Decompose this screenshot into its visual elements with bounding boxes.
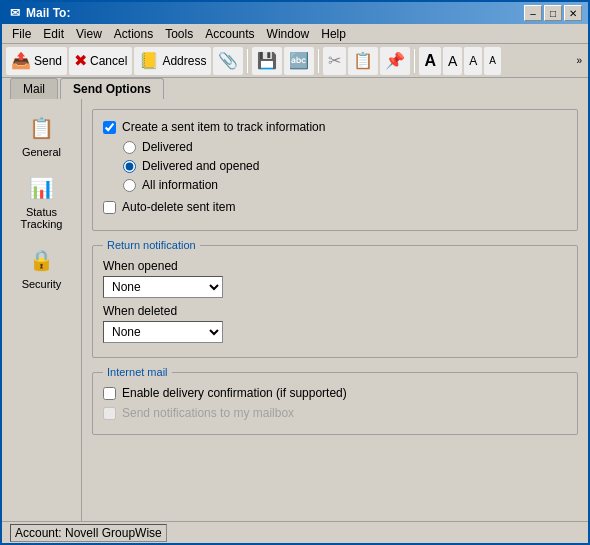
- window-title: Mail To:: [26, 6, 70, 20]
- track-delivered-opened-row: Delivered and opened: [123, 159, 567, 173]
- title-bar: ✉ Mail To: – □ ✕: [2, 2, 588, 24]
- menu-accounts[interactable]: Accounts: [199, 26, 260, 42]
- security-icon: 🔒: [26, 244, 58, 276]
- menu-file[interactable]: File: [6, 26, 37, 42]
- status-bar: Account: Novell GroupWise: [2, 521, 588, 543]
- minimize-button[interactable]: –: [524, 5, 542, 21]
- create-sent-item-row: Create a sent item to track information: [103, 120, 567, 134]
- internet-mail-legend: Internet mail: [103, 366, 172, 378]
- track-all-info-radio[interactable]: [123, 179, 136, 192]
- sidebar-label-security: Security: [22, 278, 62, 290]
- sidebar: 📋 General 📊 StatusTracking 🔒 Security: [2, 99, 82, 521]
- auto-delete-checkbox[interactable]: [103, 201, 116, 214]
- main-window: ✉ Mail To: – □ ✕ File Edit View Actions …: [0, 0, 590, 545]
- font-a3-button[interactable]: A: [464, 47, 482, 75]
- sidebar-label-status-tracking: StatusTracking: [21, 206, 63, 230]
- toolbar-more-button[interactable]: »: [574, 53, 584, 68]
- maximize-button[interactable]: □: [544, 5, 562, 21]
- copy-icon: 📋: [353, 51, 373, 70]
- font-a4-button[interactable]: A: [484, 47, 501, 75]
- create-sent-item-checkbox[interactable]: [103, 121, 116, 134]
- spell-button[interactable]: 🔤: [284, 47, 314, 75]
- delivery-confirm-label[interactable]: Enable delivery confirmation (if support…: [122, 386, 347, 400]
- menu-bar: File Edit View Actions Tools Accounts Wi…: [2, 24, 588, 44]
- notify-mailbox-label: Send notifications to my mailbox: [122, 406, 294, 420]
- auto-delete-row: Auto-delete sent item: [103, 200, 567, 214]
- font-a2-icon: A: [448, 53, 457, 69]
- track-delivered-row: Delivered: [123, 140, 567, 154]
- font-a4-icon: A: [489, 55, 496, 66]
- cut-icon: ✂: [328, 51, 341, 70]
- sidebar-item-general[interactable]: 📋 General: [6, 107, 78, 163]
- address-button[interactable]: 📒 Address: [134, 47, 211, 75]
- toolbar: 📤 Send ✖ Cancel 📒 Address 📎 💾 🔤 ✂ 📋 📌: [2, 44, 588, 78]
- send-button[interactable]: 📤 Send: [6, 47, 67, 75]
- when-opened-select[interactable]: None Mail receipt Notify: [103, 276, 223, 298]
- create-sent-item-label[interactable]: Create a sent item to track information: [122, 120, 325, 134]
- font-a1-button[interactable]: A: [419, 47, 441, 75]
- tracking-icon: 📊: [26, 172, 58, 204]
- font-a3-icon: A: [469, 54, 477, 68]
- main-area: 📋 General 📊 StatusTracking 🔒 Security Cr…: [2, 99, 588, 521]
- copy-button[interactable]: 📋: [348, 47, 378, 75]
- content-area: Create a sent item to track information …: [82, 99, 588, 521]
- cancel-icon: ✖: [74, 51, 87, 70]
- title-bar-buttons: – □ ✕: [524, 5, 582, 21]
- notify-mailbox-row: Send notifications to my mailbox: [103, 406, 567, 420]
- attach-button[interactable]: 📎: [213, 47, 243, 75]
- save-icon: 💾: [257, 51, 277, 70]
- track-delivered-radio[interactable]: [123, 141, 136, 154]
- sent-item-panel: Create a sent item to track information …: [92, 109, 578, 231]
- tabs-bar: Mail Send Options: [2, 78, 588, 99]
- address-label: Address: [162, 54, 206, 68]
- menu-view[interactable]: View: [70, 26, 108, 42]
- when-deleted-select[interactable]: None Mail receipt Notify: [103, 321, 223, 343]
- paste-button[interactable]: 📌: [380, 47, 410, 75]
- title-bar-left: ✉ Mail To:: [8, 6, 70, 20]
- sidebar-item-security[interactable]: 🔒 Security: [6, 239, 78, 295]
- track-all-info-label[interactable]: All information: [142, 178, 218, 192]
- font-a2-button[interactable]: A: [443, 47, 462, 75]
- toolbar-separator-3: [414, 49, 415, 73]
- save-button[interactable]: 💾: [252, 47, 282, 75]
- when-deleted-field: When deleted None Mail receipt Notify: [103, 304, 567, 343]
- close-button[interactable]: ✕: [564, 5, 582, 21]
- cancel-button[interactable]: ✖ Cancel: [69, 47, 132, 75]
- delivery-confirm-row: Enable delivery confirmation (if support…: [103, 386, 567, 400]
- window-icon: ✉: [8, 6, 22, 20]
- toolbar-separator-2: [318, 49, 319, 73]
- cut-button[interactable]: ✂: [323, 47, 346, 75]
- cancel-label: Cancel: [90, 54, 127, 68]
- tab-mail[interactable]: Mail: [10, 78, 58, 99]
- delivery-confirm-checkbox[interactable]: [103, 387, 116, 400]
- track-delivered-opened-label[interactable]: Delivered and opened: [142, 159, 259, 173]
- track-all-info-row: All information: [123, 178, 567, 192]
- toolbar-separator-1: [247, 49, 248, 73]
- return-notification-legend: Return notification: [103, 239, 200, 251]
- menu-tools[interactable]: Tools: [159, 26, 199, 42]
- account-status: Account: Novell GroupWise: [10, 524, 167, 542]
- menu-edit[interactable]: Edit: [37, 26, 70, 42]
- menu-help[interactable]: Help: [315, 26, 352, 42]
- spell-icon: 🔤: [289, 51, 309, 70]
- send-label: Send: [34, 54, 62, 68]
- track-options-group: Delivered Delivered and opened All infor…: [123, 140, 567, 192]
- tab-send-options[interactable]: Send Options: [60, 78, 164, 99]
- track-delivered-opened-radio[interactable]: [123, 160, 136, 173]
- notify-mailbox-checkbox[interactable]: [103, 407, 116, 420]
- sidebar-item-status-tracking[interactable]: 📊 StatusTracking: [6, 167, 78, 235]
- font-a1-icon: A: [424, 52, 436, 70]
- when-opened-field: When opened None Mail receipt Notify: [103, 259, 567, 298]
- general-icon: 📋: [26, 112, 58, 144]
- menu-window[interactable]: Window: [261, 26, 316, 42]
- internet-mail-panel: Internet mail Enable delivery confirmati…: [92, 366, 578, 435]
- menu-actions[interactable]: Actions: [108, 26, 159, 42]
- when-opened-label: When opened: [103, 259, 567, 273]
- track-delivered-label[interactable]: Delivered: [142, 140, 193, 154]
- send-icon: 📤: [11, 51, 31, 70]
- auto-delete-label[interactable]: Auto-delete sent item: [122, 200, 235, 214]
- address-icon: 📒: [139, 51, 159, 70]
- paste-icon: 📌: [385, 51, 405, 70]
- sidebar-label-general: General: [22, 146, 61, 158]
- attach-icon: 📎: [218, 51, 238, 70]
